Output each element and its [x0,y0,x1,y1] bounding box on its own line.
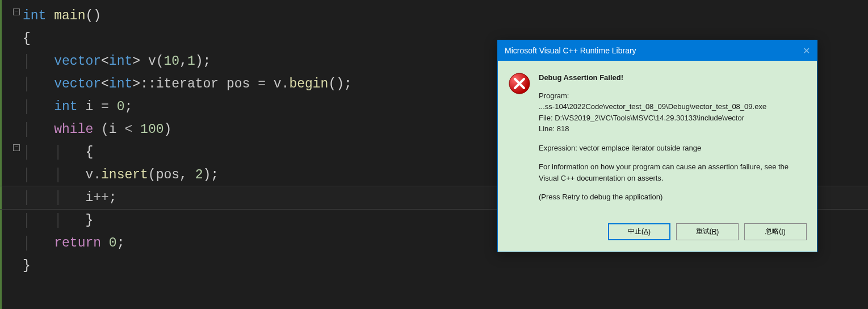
dialog-heading: Debug Assertion Failed! [539,72,807,83]
line-label: Line: [539,124,557,133]
retry-button[interactable]: 重试(R) [676,223,739,240]
dialog-content: Debug Assertion Failed! Program: ...ss-1… [539,72,807,211]
expression-text: vector emplace iterator outside range [580,144,702,152]
abort-button[interactable]: 中止(A) [608,223,670,240]
info-text: For information on how your program can … [539,161,807,183]
file-label: File: [539,114,555,122]
code-line[interactable]: int main() [0,5,868,27]
function-name: main [54,9,85,23]
expression-label: Expression: [539,144,580,152]
line-number: 818 [557,124,569,133]
runtime-error-dialog: Microsoft Visual C++ Runtime Library ✕ D… [497,40,817,252]
program-path: ...ss-104\2022Code\vector_test_08_09\Deb… [539,101,807,112]
program-label: Program: [539,90,807,102]
error-icon [508,72,531,95]
retry-hint: (Press Retry to debug the application) [539,191,807,203]
code-line[interactable]: } [0,254,868,277]
dialog-button-row: 中止(A) 重试(R) 忽略(I) [498,216,817,252]
ignore-button[interactable]: 忽略(I) [744,223,807,240]
keyword: int [23,9,46,23]
dialog-body: Debug Assertion Failed! Program: ...ss-1… [498,61,817,216]
close-icon[interactable]: ✕ [795,40,817,61]
dialog-titlebar[interactable]: Microsoft Visual C++ Runtime Library ✕ [498,40,817,61]
dialog-title: Microsoft Visual C++ Runtime Library [505,46,795,55]
file-path: D:\VS2019_2\VC\Tools\MSVC\14.29.30133\in… [555,114,744,122]
